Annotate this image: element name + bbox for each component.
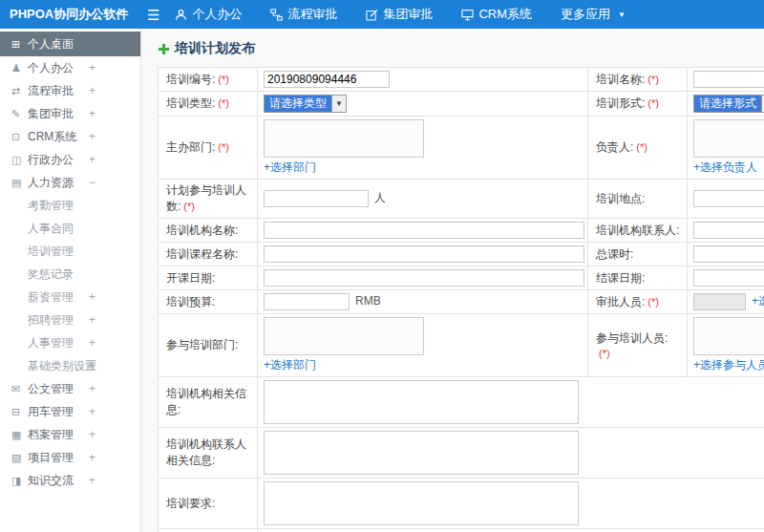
nav-personal-office[interactable]: 个人办公: [175, 6, 242, 23]
join-dept-textarea[interactable]: [264, 317, 424, 355]
field-label-text: 培训机构名称:: [166, 223, 238, 237]
sidebar-item-knowledge[interactable]: ◨ 知识交流 +: [0, 469, 140, 492]
monitor-icon: [461, 9, 474, 21]
budget-label: 培训预算:: [159, 290, 258, 314]
expand-icon[interactable]: +: [89, 428, 96, 441]
sidebar-item-personal-desktop[interactable]: ⊞ 个人桌面: [0, 32, 140, 56]
join-dept-label: 参与培训部门:: [159, 314, 258, 377]
sidebar-item-label: 人事管理: [28, 335, 74, 351]
sidebar-item-personal-office[interactable]: ♟ 个人办公 +: [0, 56, 140, 79]
sidebar-item-process-approval[interactable]: ⇄ 流程审批 +: [0, 79, 140, 102]
start-date-input[interactable]: [264, 269, 584, 287]
training-plan-form: 培训编号:(*) 培训名称:(*) 培训类型:(*) 请选择类型▼ 培训形式:(…: [158, 67, 764, 532]
sidebar-item-personnel[interactable]: 人事管理 +: [0, 331, 140, 354]
expand-icon[interactable]: +: [89, 336, 96, 350]
sidebar-item-document[interactable]: ✉ 公文管理 +: [0, 377, 140, 400]
approver-label: 审批人员:(*): [588, 290, 688, 314]
field-label-text: 负责人:: [596, 140, 633, 154]
org-contact-info-textarea[interactable]: [264, 431, 579, 475]
select-dept-link[interactable]: +选择部门: [264, 160, 582, 176]
join-people-textarea[interactable]: [693, 317, 764, 355]
project-icon: ▧: [11, 452, 28, 464]
expand-icon[interactable]: +: [89, 405, 96, 418]
planned-count-input[interactable]: [264, 190, 369, 207]
expand-icon[interactable]: +: [89, 451, 96, 464]
sidebar-item-hr-contract[interactable]: 人事合同: [0, 217, 140, 240]
location-input[interactable]: [693, 190, 764, 207]
training-mode-select[interactable]: 请选择形式▼: [693, 95, 764, 113]
nav-crm-system[interactable]: CRM系统: [461, 6, 532, 23]
requirements-textarea[interactable]: [264, 481, 579, 525]
host-dept-textarea[interactable]: [264, 119, 424, 158]
expand-icon[interactable]: +: [89, 84, 96, 97]
sidebar-item-label: 公文管理: [28, 381, 74, 397]
currency-label: RMB: [355, 294, 381, 308]
field-label-text: 总课时:: [596, 247, 633, 261]
nav-label: CRM系统: [478, 6, 532, 23]
required-mark: (*): [647, 74, 659, 85]
org-info-textarea[interactable]: [264, 380, 579, 424]
collapse-icon[interactable]: −: [89, 176, 96, 189]
form-row-type-mode: 培训类型:(*) 请选择类型▼ 培训形式:(*) 请选择形式▼: [159, 92, 764, 117]
expand-icon[interactable]: +: [89, 107, 96, 120]
expand-icon[interactable]: +: [89, 313, 96, 327]
sidebar-item-training[interactable]: 培训管理: [0, 240, 140, 263]
hamburger-menu-icon[interactable]: ☰: [147, 8, 159, 22]
training-name-input[interactable]: [693, 71, 764, 88]
select-approver-link[interactable]: +选择审批人员: [752, 294, 764, 308]
total-hours-input[interactable]: [693, 245, 764, 263]
nav-process-approval[interactable]: 流程审批: [270, 6, 337, 23]
sidebar-item-salary[interactable]: 薪资管理 +: [0, 286, 140, 309]
field-label-text: 培训名称:: [596, 73, 645, 86]
course-name-cell: [258, 243, 588, 266]
course-name-input[interactable]: [264, 245, 584, 263]
select-join-dept-link[interactable]: +选择部门: [264, 357, 582, 373]
expand-icon[interactable]: +: [89, 474, 96, 487]
sidebar-item-group-approval[interactable]: ✎ 集团审批 +: [0, 102, 140, 125]
form-row-dates: 开课日期: 结课日期:: [159, 266, 764, 290]
start-date-label: 开课日期:: [159, 266, 258, 290]
required-mark: (*): [218, 141, 229, 153]
field-label-text: 培训地点:: [596, 192, 645, 205]
training-type-select[interactable]: 请选择类型▼: [264, 95, 347, 113]
expand-icon[interactable]: +: [89, 290, 96, 304]
expand-icon[interactable]: +: [89, 61, 96, 74]
sidebar-item-base-category[interactable]: 基础类别设置 +: [0, 354, 140, 377]
sidebar-item-label: 招聘管理: [28, 312, 74, 329]
expand-icon[interactable]: +: [89, 130, 96, 143]
field-label-text: 审批人员:: [596, 295, 645, 309]
end-date-label: 结课日期:: [588, 266, 688, 290]
sidebar-item-crm[interactable]: ⊡ CRM系统 +: [0, 125, 140, 148]
expand-icon[interactable]: +: [89, 359, 96, 372]
org-name-input[interactable]: [264, 222, 584, 239]
nav-more-apps[interactable]: 更多应用 ▼: [561, 6, 626, 23]
sidebar-item-attendance[interactable]: 考勤管理: [0, 194, 140, 217]
sidebar-item-hr[interactable]: ▤ 人力资源 −: [0, 171, 140, 194]
sidebar-item-label: 人事合同: [28, 221, 74, 237]
sidebar-item-vehicle[interactable]: ⊟ 用车管理 +: [0, 400, 140, 423]
sidebar-item-rewards[interactable]: 奖惩记录: [0, 263, 140, 286]
budget-input[interactable]: [264, 293, 350, 310]
training-number-input[interactable]: [264, 71, 390, 88]
sidebar-item-archive[interactable]: ▦ 档案管理 +: [0, 423, 140, 446]
nav-group-approval[interactable]: 集团审批: [366, 6, 433, 23]
sidebar-item-recruitment[interactable]: 招聘管理 +: [0, 309, 140, 331]
end-date-input[interactable]: [693, 269, 764, 287]
expand-icon[interactable]: +: [89, 153, 96, 166]
training-type-cell: 请选择类型▼: [258, 92, 588, 117]
chat-icon: ◨: [11, 475, 28, 487]
approver-input[interactable]: [693, 293, 746, 310]
edit-icon: ✎: [11, 108, 28, 120]
app-logo: PHPOA协同办公软件: [0, 6, 141, 23]
select-join-people-link[interactable]: +选择参与人员: [693, 357, 764, 373]
form-row-attachment: 附件文档: 附件上传: [159, 529, 764, 532]
desktop-icon: ⊞: [11, 38, 28, 51]
sidebar-item-project[interactable]: ▧ 项目管理 +: [0, 446, 140, 469]
expand-icon[interactable]: +: [89, 382, 96, 395]
org-contact-input[interactable]: [693, 222, 764, 239]
leader-textarea[interactable]: [693, 119, 764, 158]
select-leader-link[interactable]: +选择负责人: [693, 160, 764, 176]
sidebar-item-admin-office[interactable]: ◫ 行政办公 +: [0, 148, 140, 171]
planned-count-label: 计划参与培训人数:(*): [159, 180, 258, 219]
book-icon: ▤: [11, 177, 28, 189]
